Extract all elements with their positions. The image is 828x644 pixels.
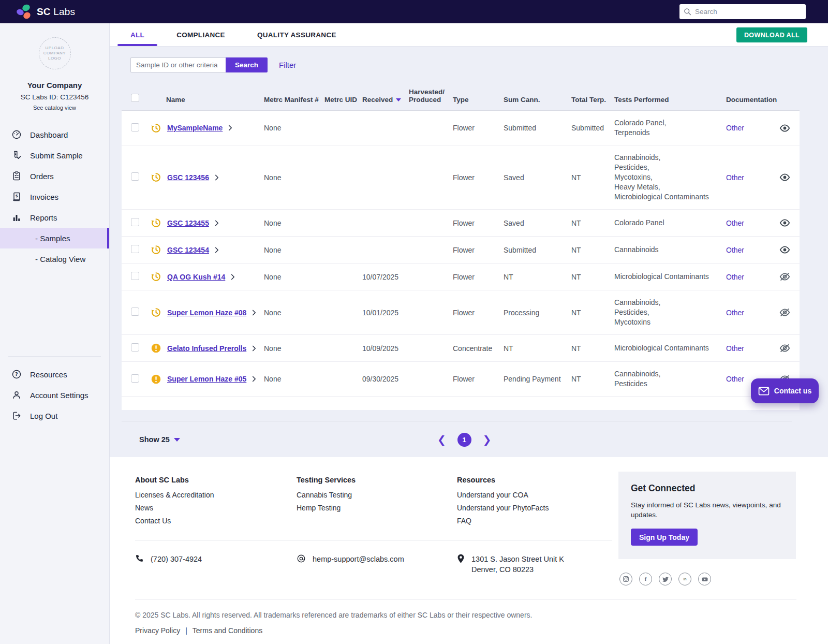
sidebar-item-reports[interactable]: Reports [0, 207, 109, 228]
table-body: MySampleNameNoneFlowerSubmittedSubmitted… [122, 111, 800, 410]
filter-link[interactable]: Filter [279, 61, 296, 69]
sidebar-item-log-out[interactable]: Log Out [0, 405, 109, 426]
facebook-icon[interactable]: f [639, 573, 652, 586]
sidebar-item-resources[interactable]: ? Resources [0, 364, 109, 385]
col-header-harvested-line2: Produced [409, 96, 453, 104]
download-all-button[interactable]: DOWNLOAD ALL [736, 27, 807, 42]
see-catalog-view-link[interactable]: See catalog view [0, 105, 109, 111]
select-all-checkbox[interactable] [131, 94, 139, 102]
footer-email-address[interactable]: hemp-support@sclabs.com [313, 554, 404, 564]
twitter-icon[interactable] [659, 573, 672, 586]
col-header-manifest[interactable]: Metrc Manifest # [264, 96, 324, 104]
col-header-documentation[interactable]: Documentation [726, 96, 776, 104]
col-header-type[interactable]: Type [453, 96, 504, 104]
tab-bar: ALL COMPLIANCE QUALITY ASSURANCE DOWNLOA… [110, 23, 828, 47]
footer-link-news[interactable]: News [135, 504, 297, 512]
row-checkbox[interactable] [131, 172, 139, 181]
tab-all[interactable]: ALL [117, 23, 157, 46]
sidebar-item-submit-sample[interactable]: Submit Sample [0, 145, 109, 166]
col-header-received[interactable]: Received [362, 96, 409, 104]
row-checkbox[interactable] [131, 308, 139, 316]
table-row: Super Lemon Haze #08None10/01/2025Flower… [122, 290, 800, 335]
privacy-policy-link[interactable]: Privacy Policy [135, 626, 180, 635]
col-header-sum-cann[interactable]: Sum Cann. [504, 96, 571, 104]
sidebar-item-dashboard[interactable]: Dashboard [0, 124, 109, 145]
documentation-other-link[interactable]: Other [726, 173, 744, 182]
youtube-icon[interactable] [698, 573, 711, 586]
sidebar-item-catalog-view[interactable]: - Catalog View [0, 248, 109, 269]
next-page-button[interactable]: ❯ [483, 434, 492, 445]
sidebar-subitem-label: - Catalog View [35, 255, 85, 264]
sample-name-link[interactable]: Super Lemon Haze #05 [167, 375, 246, 383]
sample-search-input[interactable] [130, 57, 226, 72]
sidebar-item-account-settings[interactable]: Account Settings [0, 385, 109, 405]
sample-name-link[interactable]: QA OG Kush #14 [167, 273, 225, 281]
eye-off-icon[interactable] [779, 344, 790, 353]
cell-total-terp: NT [571, 173, 614, 182]
row-checkbox[interactable] [131, 218, 139, 226]
upload-company-logo[interactable]: UPLOAD COMPANY LOGO [39, 37, 71, 69]
documentation-other-link[interactable]: Other [726, 273, 744, 281]
sample-name-link[interactable]: GSC 123456 [167, 173, 209, 182]
global-search-input[interactable] [695, 8, 802, 16]
footer-link-cannabis-testing[interactable]: Cannabis Testing [297, 491, 457, 499]
col-header-total-terp[interactable]: Total Terp. [571, 96, 614, 104]
footer-link-hemp-testing[interactable]: Hemp Testing [297, 504, 457, 512]
footer-link-understand-coa[interactable]: Understand your COA [457, 491, 612, 499]
documentation-other-link[interactable]: Other [726, 309, 744, 317]
eye-icon[interactable] [779, 124, 790, 133]
col-header-uid[interactable]: Metrc UID [324, 96, 362, 104]
sidebar-item-label: Invoices [30, 193, 58, 201]
cell-sum-cann: Submitted [504, 246, 571, 254]
row-checkbox[interactable] [131, 123, 139, 131]
footer-link-contact-us[interactable]: Contact Us [135, 517, 297, 525]
row-checkbox[interactable] [131, 343, 139, 352]
instagram-icon[interactable] [619, 573, 632, 586]
tab-compliance[interactable]: COMPLIANCE [164, 23, 238, 46]
documentation-other-link[interactable]: Other [726, 124, 744, 132]
footer-phone-number[interactable]: (720) 307-4924 [151, 554, 202, 564]
footer-link-faq[interactable]: FAQ [457, 517, 612, 525]
sort-desc-icon [396, 98, 401, 101]
page-size-select[interactable]: Show 25 [139, 435, 180, 444]
sidebar-item-invoices[interactable]: $ Invoices [0, 186, 109, 207]
eye-off-icon[interactable] [779, 272, 790, 281]
sign-up-today-button[interactable]: Sign Up Today [631, 529, 698, 546]
terms-link[interactable]: Terms and Conditions [193, 626, 262, 635]
sample-name-link[interactable]: MySampleName [167, 124, 223, 132]
sidebar-item-orders[interactable]: Orders [0, 166, 109, 186]
current-page-button[interactable]: 1 [457, 433, 471, 447]
prev-page-button[interactable]: ❮ [437, 434, 446, 445]
tab-quality-assurance[interactable]: QUALITY ASSURANCE [244, 23, 349, 46]
sample-name-link[interactable]: Super Lemon Haze #08 [167, 309, 246, 317]
row-checkbox[interactable] [131, 245, 139, 253]
contact-us-button[interactable]: Contact us [751, 378, 819, 403]
search-button[interactable]: Search [226, 57, 268, 72]
sample-name-link[interactable]: GSC 123454 [167, 246, 209, 254]
sample-name-link[interactable]: GSC 123455 [167, 219, 209, 227]
footer-col-title: About SC Labs [135, 476, 297, 484]
documentation-other-link[interactable]: Other [726, 375, 744, 383]
eye-icon[interactable] [779, 173, 790, 182]
table-row: Super Lemon Haze #05None09/30/2025Flower… [122, 362, 800, 397]
documentation-other-link[interactable]: Other [726, 344, 744, 353]
sidebar-item-samples[interactable]: - Samples [0, 228, 109, 248]
footer-link-licenses[interactable]: Licenses & Accreditation [135, 491, 297, 499]
sample-name-link[interactable]: Gelato Infused Prerolls [167, 344, 246, 353]
row-checkbox[interactable] [131, 272, 139, 280]
linkedin-icon[interactable]: in [678, 573, 691, 586]
footer-address-text[interactable]: 1301 S. Jason Street Unit KDenver, CO 80… [471, 554, 564, 575]
cell-total-terp: NT [571, 219, 614, 227]
eye-icon[interactable] [779, 218, 790, 227]
documentation-other-link[interactable]: Other [726, 219, 744, 227]
table-row: Gelato Infused PrerollsNone10/09/2025Con… [122, 335, 800, 362]
col-header-name[interactable]: Name [151, 96, 264, 104]
eye-icon[interactable] [779, 245, 790, 254]
col-header-tests[interactable]: Tests Performed [614, 96, 726, 104]
sidebar-item-label: Resources [30, 370, 67, 379]
col-header-harvested[interactable]: Harvested/Produced [409, 88, 453, 104]
eye-off-icon[interactable] [779, 308, 790, 317]
row-checkbox[interactable] [131, 374, 139, 383]
documentation-other-link[interactable]: Other [726, 246, 744, 254]
footer-link-understand-phytofacts[interactable]: Understand your PhytoFacts [457, 504, 612, 512]
